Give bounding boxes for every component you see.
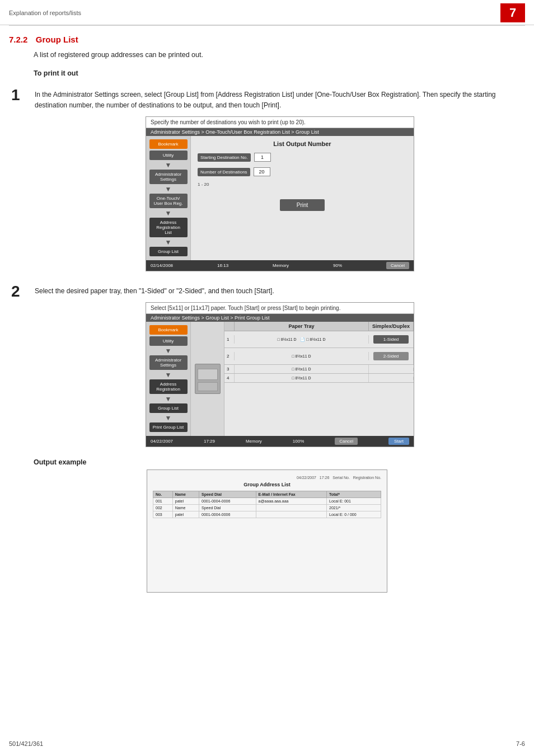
output-col-email: E-Mail / Internet Fax bbox=[256, 491, 326, 498]
screen1-sidebar: Bookmark Utility ▼ Administrator Setting… bbox=[146, 136, 191, 260]
screen2-duplex-button[interactable]: 2-Sided bbox=[373, 352, 409, 360]
output-row3-total: Local E: 0 / 000 bbox=[326, 511, 381, 518]
screen2-sidebar-grouplist[interactable]: Group List bbox=[149, 403, 188, 413]
screen1-field2-range: 1 - 20 bbox=[198, 182, 407, 187]
output-row3-email bbox=[256, 511, 326, 518]
screen2-body: Bookmark Utility ▼ Administrator Setting… bbox=[146, 322, 414, 436]
output-meta-time: 17:26 bbox=[320, 476, 330, 480]
screen1-title: List Output Number bbox=[198, 140, 407, 147]
screen2-tray-num-1: 1 bbox=[224, 335, 235, 344]
output-doc-meta: 04/22/2007 17:26 Serial No. Registration… bbox=[153, 476, 381, 480]
screen2-tray-row-4: 4 □ 8½x11 D bbox=[224, 374, 414, 383]
screen1-mockup: Specify the number of destinations you w… bbox=[146, 116, 414, 271]
output-col-total: Total* bbox=[326, 491, 381, 498]
output-row2-name: Name bbox=[172, 505, 199, 511]
output-row1-total: Local E: 001 bbox=[326, 498, 381, 505]
step-2-content: Select the desired paper tray, then "1-S… bbox=[35, 283, 525, 447]
output-col-speeddial: Speed Dial bbox=[199, 491, 256, 498]
output-row2-total: 2021/* bbox=[326, 505, 381, 511]
output-row3-name: patel bbox=[172, 511, 199, 518]
output-row-3: 003 patel 0001-0004-0006 Local E: 0 / 00… bbox=[153, 511, 381, 518]
output-example-wrapper: 04/22/2007 17:26 Serial No. Registration… bbox=[0, 469, 534, 593]
screen2-sidebar-utility[interactable]: Utility bbox=[149, 336, 188, 346]
screen2-tray-paper-4[interactable]: □ 8½x11 D bbox=[235, 374, 369, 382]
output-meta-machine: Registration No. bbox=[353, 476, 381, 480]
page-container: Explanation of reports/lists 7 7.2.2 Gro… bbox=[0, 0, 534, 756]
sidebar-arrow-3: ▼ bbox=[165, 210, 172, 217]
screen1-field2-value[interactable]: 20 bbox=[254, 167, 270, 176]
output-row2-speeddial: Speed Dial bbox=[199, 505, 256, 511]
screen2-tray-paper-2[interactable]: □ 8½x11 D bbox=[235, 352, 369, 360]
screen1-field2-label: Number of Destinations bbox=[198, 168, 250, 176]
output-col-no: No. bbox=[153, 491, 173, 498]
screen2-arrow-4: ▼ bbox=[165, 415, 172, 421]
screen1-field1-value[interactable]: 1 bbox=[254, 153, 271, 162]
output-row-1: 001 patel 0001-0004-0006 a@aaaa.aaa.aaa … bbox=[153, 498, 381, 505]
step-1-text: In the Administrator Settings screen, se… bbox=[35, 86, 525, 111]
output-row1-email: a@aaaa.aaa.aaa bbox=[256, 498, 326, 505]
sidebar-btn-group-list[interactable]: Group List bbox=[149, 247, 188, 256]
screen2-start-button[interactable]: Start bbox=[388, 438, 409, 445]
page-footer: 501/421/361 7-6 bbox=[0, 740, 534, 747]
screen2-tray-num-4: 4 bbox=[224, 374, 235, 382]
output-row1-no: 001 bbox=[153, 498, 173, 505]
sidebar-btn-onetouch[interactable]: One-Touch/ User Box Reg. bbox=[149, 194, 188, 208]
output-col-name: Name bbox=[172, 491, 199, 498]
screen2-sidebar-bookmark[interactable]: Bookmark bbox=[149, 325, 188, 335]
screen2-col-simplex-header: Simplex/Duplex bbox=[369, 322, 414, 331]
screen2-simplex-button[interactable]: 1-Sided bbox=[373, 335, 409, 344]
screen2-breadcrumb: Administrator Settings > Group List > Pr… bbox=[146, 314, 414, 322]
sidebar-btn-admin-settings[interactable]: Administrator Settings bbox=[149, 170, 188, 184]
screen2-sidebar-admin[interactable]: Administrator Settings bbox=[149, 355, 188, 370]
screen1-field1-row: Starting Destination No. 1 bbox=[198, 153, 407, 162]
screen2-arrow-3: ▼ bbox=[165, 396, 172, 402]
screen2-tray-paper-1[interactable]: □ 8½x11 D 📄 □ 8½x11 D bbox=[235, 335, 369, 344]
print-heading: To print it out bbox=[0, 66, 534, 81]
screen1-cancel-button[interactable]: Cancel bbox=[386, 262, 409, 269]
screen2-tray-paper-3[interactable]: □ 8½x11 D bbox=[235, 365, 369, 373]
sidebar-arrow-1: ▼ bbox=[165, 162, 172, 168]
output-row1-name: patel bbox=[172, 498, 199, 505]
screen2-cancel-button[interactable]: Cancel bbox=[335, 438, 358, 445]
screen1-print-button[interactable]: Print bbox=[280, 199, 325, 211]
output-heading: Output example bbox=[0, 453, 534, 469]
step-1-number: 1 bbox=[11, 86, 28, 271]
output-example-doc: 04/22/2007 17:26 Serial No. Registration… bbox=[147, 469, 387, 593]
sidebar-btn-bookmark[interactable]: Bookmark bbox=[149, 139, 188, 149]
screen1-footer: 02/14/2008 16:13 Memory 90% Cancel bbox=[146, 260, 414, 271]
sidebar-btn-utility[interactable]: Utility bbox=[149, 151, 188, 160]
section-description: A list of registered group addresses can… bbox=[0, 46, 534, 66]
screen1-footer-memory-label: Memory bbox=[273, 263, 289, 268]
output-table-head: No. Name Speed Dial E-Mail / Internet Fa… bbox=[153, 491, 381, 498]
screen2-tray-row-3: 3 □ 8½x11 D bbox=[224, 365, 414, 374]
screen2-sidebar-printgrouplist[interactable]: Print Group List bbox=[149, 422, 188, 432]
screen2-col-paper-header: Paper Tray bbox=[235, 322, 369, 331]
screen2-sidebar: Bookmark Utility ▼ Administrator Setting… bbox=[146, 322, 191, 436]
screen1-footer-date: 02/14/2008 bbox=[151, 263, 173, 268]
screen2-duplex-col: 2-Sided bbox=[369, 348, 414, 364]
screen1-breadcrumb: Administrator Settings > One-Touch/User … bbox=[146, 128, 414, 136]
printer-icon bbox=[195, 364, 221, 394]
screen2-tray-row-2: 2 □ 8½x11 D 2-Sided bbox=[224, 348, 414, 365]
output-row3-no: 003 bbox=[153, 511, 173, 518]
screen2-footer-date: 04/22/2007 bbox=[151, 439, 173, 444]
output-row2-email bbox=[256, 505, 326, 511]
screen2-main: Paper Tray Simplex/Duplex 1 □ 8½x11 D 📄 … bbox=[224, 322, 414, 436]
output-doc-title: Group Address List bbox=[153, 482, 381, 487]
output-row3-speeddial: 0001-0004-0006 bbox=[199, 511, 256, 518]
screen1-footer-time: 16:13 bbox=[217, 263, 228, 268]
sidebar-btn-address-reg[interactable]: Address Registration List bbox=[149, 218, 188, 237]
section-number: 7.2.2 bbox=[9, 35, 27, 44]
screen2-footer-memory-label: Memory bbox=[246, 439, 262, 444]
sidebar-arrow-4: ▼ bbox=[165, 239, 172, 246]
footer-right: 7-6 bbox=[516, 740, 525, 747]
screen1-header: Specify the number of destinations you w… bbox=[146, 117, 414, 128]
step-2-text: Select the desired paper tray, then "1-S… bbox=[35, 283, 525, 297]
screen1-main: List Output Number Starting Destination … bbox=[191, 136, 414, 260]
output-row1-speeddial: 0001-0004-0006 bbox=[199, 498, 256, 505]
output-table-header-row: No. Name Speed Dial E-Mail / Internet Fa… bbox=[153, 491, 381, 498]
screen2-simplex-col: 1-Sided bbox=[369, 331, 414, 348]
printer-image-area bbox=[191, 322, 224, 436]
screen2-sidebar-address[interactable]: Address Registration bbox=[149, 379, 188, 394]
output-row2-no: 002 bbox=[153, 505, 173, 511]
